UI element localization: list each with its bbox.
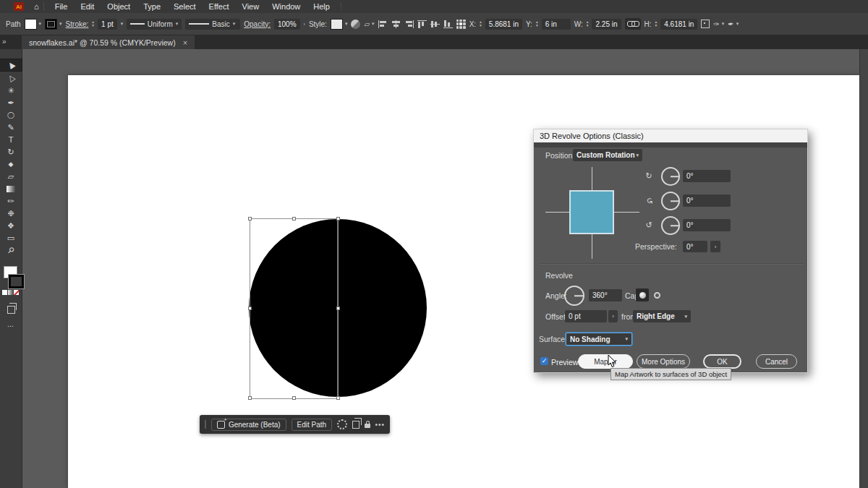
menu-window[interactable]: Window <box>265 2 307 11</box>
perspective-field[interactable]: 0° <box>683 241 707 252</box>
edit-path-button[interactable]: Edit Path <box>292 419 333 431</box>
perspective-stepper-icon[interactable]: › <box>710 241 720 252</box>
rotate-z-dial[interactable] <box>661 216 680 235</box>
menu-view[interactable]: View <box>236 2 266 11</box>
stroke-weight-stepper[interactable]: ▴▾ <box>92 20 94 27</box>
variable-width-dropdown[interactable]: Uniform ▾ <box>127 19 182 30</box>
pen-tool[interactable]: ✒ <box>0 97 22 108</box>
duplicate-icon[interactable] <box>352 421 359 429</box>
cap-hollow-button[interactable] <box>650 288 663 301</box>
opacity-panel-link[interactable]: Opacity: <box>244 20 271 28</box>
vertical-scrollbar[interactable] <box>859 49 868 488</box>
isolate-object-dropdown[interactable]: ✑ ▾ <box>713 20 724 28</box>
rotate-x-field[interactable]: 0° <box>683 170 731 182</box>
w-field[interactable]: 2.25 in <box>592 19 621 30</box>
x-field[interactable]: 5.8681 in <box>485 19 522 30</box>
selection-tool[interactable]: ▶ <box>0 59 22 71</box>
selection-handle[interactable] <box>336 396 340 400</box>
opacity-field[interactable]: 100% <box>274 19 300 30</box>
reference-point-icon[interactable] <box>456 20 466 29</box>
transform-icon[interactable] <box>701 20 710 28</box>
angle-dial[interactable] <box>564 286 584 306</box>
align-right-icon[interactable] <box>404 20 414 28</box>
brush-definition-dropdown[interactable]: Basic ▾ <box>185 19 240 30</box>
gradient-button[interactable] <box>8 290 13 295</box>
align-bottom-icon[interactable] <box>443 20 453 28</box>
generate-button[interactable]: Generate (Beta) <box>211 419 286 431</box>
more-options-button[interactable]: More Options <box>637 354 690 369</box>
document-tab[interactable]: snowflakes.ai* @ 70.59 % (CMYK/Preview) … <box>22 35 195 49</box>
preview-cube[interactable] <box>569 190 614 234</box>
menu-help[interactable]: Help <box>307 2 336 11</box>
offset-field[interactable]: 0 pt <box>565 310 607 322</box>
pencil-tool[interactable]: ✏ <box>0 195 22 207</box>
selection-handle[interactable] <box>248 396 252 400</box>
recolor-artwork-icon[interactable] <box>351 20 360 29</box>
align-middle-icon[interactable] <box>430 20 440 28</box>
artboard-tool[interactable]: ▭ <box>0 232 22 244</box>
more-options-icon[interactable]: ••• <box>375 421 386 429</box>
fill-color-dropdown[interactable]: ▾ <box>25 19 42 30</box>
menu-object[interactable]: Object <box>101 2 137 11</box>
menu-effect[interactable]: Effect <box>203 2 236 11</box>
position-dropdown[interactable]: Custom Rotation ▾ <box>573 149 642 161</box>
menu-file[interactable]: File <box>48 2 75 11</box>
constrain-proportions-icon[interactable] <box>625 18 641 30</box>
close-icon[interactable]: × <box>183 38 187 47</box>
stroke-color-swatch[interactable] <box>9 275 24 288</box>
x-stepper[interactable]: ▴▾ <box>480 20 482 27</box>
rotate-z-field[interactable]: 0° <box>683 219 731 231</box>
zoom-tool[interactable]: ⚲ <box>0 244 22 256</box>
home-icon[interactable]: ⌂ <box>34 3 39 11</box>
wrinkle-tool[interactable]: ❉ <box>0 207 22 219</box>
offset-stepper-icon[interactable]: › <box>608 310 618 322</box>
cancel-button[interactable]: Cancel <box>756 354 797 369</box>
gradient-tool[interactable] <box>0 183 22 194</box>
draw-mode-icon[interactable] <box>0 304 22 315</box>
opacity-stepper-icon[interactable]: › <box>304 22 305 27</box>
menu-select[interactable]: Select <box>167 2 203 11</box>
align-left-icon[interactable] <box>378 20 388 28</box>
rotate-tool[interactable]: ↻ <box>0 146 22 158</box>
ok-button[interactable]: OK <box>703 354 741 369</box>
angle-field[interactable]: 360° <box>589 289 622 301</box>
lock-icon[interactable] <box>365 424 370 428</box>
collapse-panel-icon[interactable]: » <box>2 38 7 46</box>
chevron-down-icon[interactable]: ▾ <box>121 21 124 27</box>
selection-handle[interactable] <box>336 217 340 221</box>
none-button[interactable] <box>14 290 19 295</box>
rotate-y-field[interactable]: 0° <box>683 194 731 207</box>
type-tool[interactable]: T <box>0 134 22 145</box>
direct-selection-tool[interactable]: ▷ <box>0 72 22 84</box>
drag-handle[interactable] <box>205 420 206 429</box>
preview-checkbox[interactable]: ✓ <box>540 357 548 365</box>
stroke-color-dropdown[interactable]: ▾ <box>45 19 62 30</box>
align-center-icon[interactable] <box>391 20 401 28</box>
offset-edge-dropdown[interactable]: Right Edge ▾ <box>633 310 691 322</box>
map-art-button[interactable]: Map Ar <box>578 354 633 369</box>
y-field[interactable]: 6 in <box>542 19 571 30</box>
processing-icon[interactable] <box>337 419 346 429</box>
more-tools-icon[interactable]: ⋯ <box>0 320 22 332</box>
selection-handle[interactable] <box>292 396 296 400</box>
rotate-y-dial[interactable] <box>661 192 680 210</box>
selection-handle[interactable] <box>248 217 252 221</box>
select-similar-dropdown[interactable]: ✒ ▾ <box>728 20 739 28</box>
surface-dropdown[interactable]: No Shading ▾ <box>566 333 632 346</box>
align-top-icon[interactable] <box>417 20 427 28</box>
graphic-style-dropdown[interactable]: ▾ <box>331 19 348 30</box>
h-stepper[interactable]: ▴▾ <box>655 20 658 27</box>
ellipse-tool[interactable]: ◯ <box>0 109 22 121</box>
paintbrush-tool[interactable]: ✎ <box>0 121 22 133</box>
menu-edit[interactable]: Edit <box>74 2 101 11</box>
selection-handle[interactable] <box>248 307 252 310</box>
stroke-panel-link[interactable]: Stroke: <box>66 20 89 28</box>
menu-type[interactable]: Type <box>137 2 167 11</box>
dialog-title-bar[interactable]: 3D Revolve Options (Classic) <box>534 129 807 142</box>
stroke-weight-field[interactable]: 1 pt <box>98 19 117 30</box>
scale-tool[interactable]: ▱ <box>0 171 22 182</box>
selection-handle[interactable] <box>336 307 340 310</box>
blend-tool[interactable]: ❖ <box>0 220 22 231</box>
selection-handle[interactable] <box>292 217 296 221</box>
shape-options-dropdown[interactable]: ▱ ▾ <box>364 20 374 28</box>
